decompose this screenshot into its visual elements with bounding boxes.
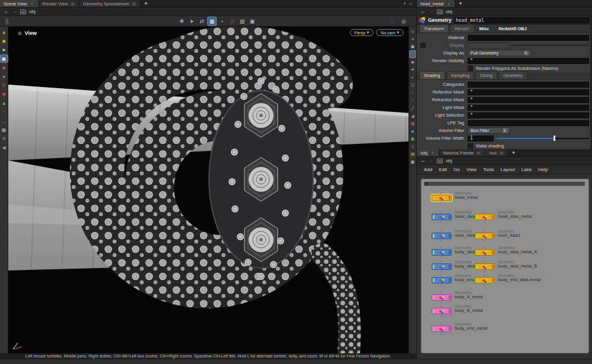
node-body[interactable] (432, 263, 452, 270)
output-connector[interactable] (440, 202, 442, 204)
pose-tool-icon[interactable]: ▲ (1, 99, 8, 107)
input-connector[interactable] (440, 247, 442, 248)
output-connector[interactable] (440, 333, 442, 334)
menu-view[interactable]: View (466, 167, 477, 172)
input-connector[interactable] (484, 261, 485, 262)
blue-diamond-icon[interactable]: ◆ (410, 128, 416, 134)
display-flag[interactable] (476, 265, 478, 269)
slope-icon[interactable]: ◢ (410, 112, 416, 119)
grid-snap-icon[interactable]: ▦ (1, 126, 8, 133)
lpe-tag-field[interactable] (468, 120, 589, 126)
magnet-snap-icon[interactable]: ◠ (1, 108, 8, 115)
input-connector[interactable] (440, 192, 442, 194)
close-icon[interactable]: ✕ (430, 151, 435, 155)
display-flag[interactable] (433, 327, 435, 331)
input-connector[interactable] (440, 275, 442, 276)
network-node[interactable]: Geometryhead_daia_metal (475, 214, 495, 220)
close-icon[interactable]: ✕ (499, 151, 504, 155)
output-connector[interactable] (440, 285, 442, 286)
new-tab-button[interactable]: + (509, 149, 519, 156)
render-flag[interactable] (449, 250, 451, 255)
categories-field[interactable] (468, 82, 589, 88)
display-flag[interactable] (433, 215, 435, 219)
network-node[interactable]: Geometrybody_end_daia (432, 277, 452, 284)
tools-badge-icon[interactable]: ▲ (1, 28, 8, 36)
network-node[interactable]: Geometrybody_A_metal (432, 294, 452, 301)
smooth-shade-icon[interactable]: ● (410, 36, 416, 42)
tab-render-view[interactable]: Render View ✕ (39, 0, 80, 7)
input-connector[interactable] (440, 323, 442, 324)
node-body[interactable] (432, 308, 452, 314)
forward-arrow-icon[interactable]: → (429, 9, 434, 14)
render-flag[interactable] (449, 196, 451, 200)
node-body[interactable] (475, 233, 495, 239)
camera-a-icon[interactable]: ▧ (238, 17, 246, 25)
input-connector[interactable] (440, 305, 442, 307)
network-node[interactable]: Geometryhead_daia (432, 214, 452, 220)
display-checkbox[interactable] (420, 43, 426, 48)
render-visibility-field[interactable]: * (468, 58, 589, 64)
network-node[interactable]: Geometrybody_daia_metal_B (475, 263, 495, 270)
tab-geometry[interactable]: Geometry (498, 71, 527, 79)
back-arrow-icon[interactable]: ← (420, 9, 426, 14)
green-box-icon[interactable]: ▣ (410, 136, 416, 142)
new-tab-button[interactable]: + (455, 0, 465, 7)
material-sphere-icon[interactable]: ◐ (410, 74, 416, 80)
network-canvas[interactable]: Geometryhead_metalGeometryhead_daiaGeome… (421, 179, 589, 353)
menu-edit[interactable]: Edit (439, 167, 447, 172)
render-flag[interactable] (492, 278, 494, 282)
node-body[interactable] (475, 249, 495, 256)
menu-add[interactable]: Add (424, 167, 432, 172)
path-input[interactable]: obj (446, 9, 452, 14)
node-body[interactable] (432, 249, 452, 256)
display-flag[interactable] (433, 196, 435, 200)
display-flag[interactable] (433, 265, 435, 269)
node-body[interactable] (432, 294, 452, 301)
lock-icon[interactable]: ▣ (1, 55, 8, 62)
display-diamond-icon[interactable]: ◇ (410, 28, 416, 34)
view-menu-icon[interactable]: ✿ (18, 31, 22, 36)
tab-scene-view[interactable]: Scene View ✕ (0, 0, 39, 7)
handles-snowflake-icon[interactable]: ✱ (1, 91, 8, 98)
pane-maximize-icon[interactable]: ▭ (408, 1, 413, 6)
input-connector[interactable] (484, 247, 485, 248)
display-flag[interactable] (433, 234, 435, 238)
back-arrow-icon[interactable]: ← (420, 158, 426, 163)
node-body[interactable] (432, 277, 452, 284)
ghost-geo-icon[interactable]: ○ (410, 89, 416, 96)
network-box-header[interactable] (424, 182, 585, 186)
select-tool-icon[interactable]: ➤ (1, 46, 8, 53)
output-connector[interactable] (484, 271, 485, 272)
light-selection-field[interactable]: * (468, 112, 589, 118)
render-flag[interactable] (492, 234, 494, 238)
render-flag[interactable] (492, 215, 494, 219)
output-connector[interactable] (440, 221, 442, 223)
menu-tools[interactable]: Tools (483, 167, 494, 172)
lighting-icon[interactable]: ☀ (410, 66, 416, 73)
small-grid-icon[interactable]: ▪ (218, 17, 226, 25)
render-flag[interactable] (449, 327, 451, 331)
tab-sampling[interactable]: Sampling (446, 71, 474, 79)
rotate-tool-icon[interactable]: ↻ (1, 82, 8, 89)
tab-misc[interactable]: Misc (475, 25, 494, 33)
eye-box-icon[interactable]: ▣ (410, 159, 416, 165)
node-body[interactable] (432, 214, 452, 220)
tool-drawer-icon[interactable]: ⣿ (3, 17, 11, 25)
input-connector[interactable] (484, 211, 485, 212)
camera-b-icon[interactable]: ▣ (248, 17, 256, 25)
link-editor-icon[interactable]: ∴ (388, 17, 397, 25)
output-connector[interactable] (484, 240, 485, 241)
tab-transform[interactable]: Transform (419, 24, 449, 33)
output-connector[interactable] (484, 285, 485, 286)
volume-filter-width-field[interactable]: 1 (468, 136, 494, 141)
node-name-field[interactable]: head_metal (454, 17, 590, 24)
display-flag[interactable] (476, 250, 478, 255)
ruler-icon[interactable]: ╱ (410, 105, 416, 111)
subdivision-checkbox[interactable] (468, 66, 473, 71)
output-connector[interactable] (484, 221, 485, 223)
input-connector[interactable] (440, 230, 442, 231)
tab-out[interactable]: /out ✕ (485, 149, 509, 156)
display-flag[interactable] (433, 309, 435, 313)
input-connector[interactable] (440, 211, 442, 212)
close-icon[interactable]: ✕ (476, 151, 481, 155)
